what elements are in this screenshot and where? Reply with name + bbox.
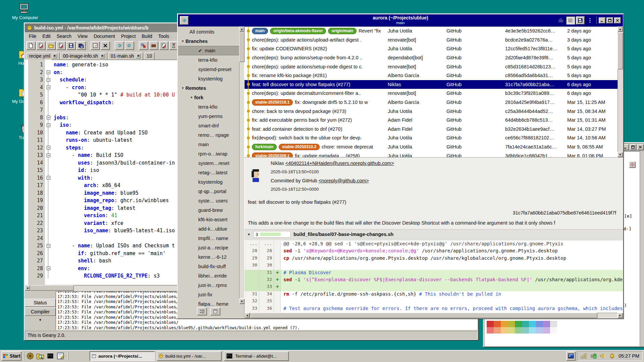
tab-close-icon[interactable]: ✕: [136, 54, 141, 58]
maximize-icon[interactable]: [606, 17, 613, 23]
sidebar-item-fork[interactable]: ▼fork: [178, 93, 239, 102]
tab-10[interactable]: 10: [144, 52, 155, 60]
expand-all-button[interactable]: [197, 307, 207, 315]
nav-back-button[interactable]: [115, 41, 124, 50]
tab-close-icon[interactable]: ✕: [100, 54, 105, 58]
sidebar-item-terra-kfio[interactable]: terra-kfio: [178, 55, 239, 65]
menu-file[interactable]: File: [26, 33, 39, 40]
scroll-left-icon[interactable]: ◄: [245, 313, 250, 318]
commit-row[interactable]: feat: tell discover to only show flatpak…: [245, 80, 618, 89]
commit-row[interactable]: stable-20250309.1fix: update metadata ..…: [245, 151, 618, 157]
close-doc-button[interactable]: [101, 41, 110, 50]
fold-collapse-icon[interactable]: [47, 78, 50, 82]
commit-row[interactable]: fix: add executable perms back for yum (…: [245, 116, 618, 125]
build-button[interactable]: [149, 41, 158, 50]
commit-row[interactable]: chore(deps): update actions/upload-artif…: [245, 36, 618, 45]
diff-file-header[interactable]: ▼ 3 build_files/base/07-base-image-chang…: [245, 229, 623, 239]
search-icon[interactable]: [556, 16, 565, 24]
layout-toggle-button[interactable]: [210, 307, 220, 315]
fold-collapse-icon[interactable]: [47, 123, 50, 127]
commit-row[interactable]: chore(deps): bump actions/setup-node fro…: [245, 53, 618, 62]
notifications-bell-icon[interactable]: [609, 353, 615, 359]
chevron-down-icon[interactable]: ▼: [181, 40, 185, 43]
fold-collapse-icon[interactable]: [47, 70, 50, 74]
edit-doc-button[interactable]: [36, 41, 46, 50]
commit-row[interactable]: fix: update CODEOWNERS (#282)Juha Uotila…: [245, 44, 618, 53]
commit-row[interactable]: chore: back to terra devpod package (#27…: [245, 107, 618, 116]
gitg-titlebar[interactable]: aurora (~/Projects/ublue) main: [178, 14, 623, 26]
sidebar-item-branches[interactable]: ▼Branches: [178, 37, 239, 46]
menu-document[interactable]: Document: [91, 33, 118, 40]
nav-forward-button[interactable]: [125, 41, 134, 50]
start-button[interactable]: Start: [1, 351, 21, 361]
scroll-right-icon[interactable]: ►: [618, 313, 623, 318]
minimize-icon[interactable]: [599, 17, 605, 23]
network-signal-icon[interactable]: [580, 353, 587, 359]
task-button[interactable]: C:\_Terminal - afidel@t...: [224, 351, 289, 361]
sidebar-item-tmpfil-name[interactable]: tmpfil… name: [178, 234, 239, 243]
edit-doc-button[interactable]: [56, 41, 66, 50]
revert-button[interactable]: [91, 41, 100, 50]
sidebar-scrollbar[interactable]: ▲ ▼: [239, 26, 245, 304]
save-button[interactable]: [66, 41, 76, 50]
sidebar-item-syste-users[interactable]: syste… users: [178, 196, 239, 205]
sidebar-item-ksystemlog[interactable]: ksystemlog: [178, 177, 239, 187]
fold-collapse-icon[interactable]: [47, 146, 50, 149]
sidebar-item-just-fix[interactable]: just-fix: [178, 290, 239, 299]
save-all-button[interactable]: [76, 41, 86, 50]
fold-collapse-icon[interactable]: [47, 85, 50, 89]
scroll-up-icon[interactable]: ▲: [239, 26, 245, 32]
sidebar-item-main[interactable]: main: [178, 140, 239, 149]
new-file-button[interactable]: [26, 41, 36, 50]
sidebar-item-terra-kfio[interactable]: terra-kfio: [178, 102, 239, 112]
menu-edit[interactable]: Edit: [40, 33, 53, 40]
sidebar-item-build-fix-stuff[interactable]: build-fix-stuff: [178, 262, 239, 271]
sidebar-item-rpm-o-iwrap[interactable]: rpm-o…iwrap: [178, 149, 239, 159]
sidebar-item-yum-perms[interactable]: yum-perms: [178, 112, 239, 121]
author-email[interactable]: <40402114+NiHaiden@users.noreply.github.…: [285, 161, 394, 166]
diff-view[interactable]: ......@@ -28,6 +28,9 @@ sed -i 's@Exec=p…: [245, 241, 623, 313]
sidebar-item-smart-dnf[interactable]: smart-dnf: [178, 121, 239, 130]
save-patch-icon[interactable]: [576, 16, 585, 24]
tab-00-image-info.sh[interactable]: 00-image-info.sh✕: [60, 52, 107, 60]
sidebar-item-retag-latest[interactable]: retag-…latest: [178, 168, 239, 177]
edit-doc-button[interactable]: [159, 41, 168, 50]
desktop-icon-computer[interactable]: My Computer: [12, 3, 36, 20]
commit-row[interactable]: fork/mainstable-20250310.2chore: remove …: [245, 142, 618, 152]
terminal-scrollbar[interactable]: [640, 151, 644, 346]
menu-build[interactable]: Build: [139, 33, 155, 40]
text-editor-launcher[interactable]: [56, 352, 65, 360]
fold-collapse-icon[interactable]: [47, 176, 50, 180]
fold-collapse-icon[interactable]: [47, 244, 50, 248]
chevron-down-icon[interactable]: ▼: [190, 96, 194, 99]
fold-collapse-icon[interactable]: [47, 116, 50, 119]
sidebar-item-systemd-preset[interactable]: systemd-preset: [178, 65, 239, 74]
sidebar-item-ksystemlog[interactable]: ksystemlog: [178, 74, 239, 83]
terminal-launcher[interactable]: C:\_: [46, 352, 55, 360]
message-tab-status[interactable]: Status: [25, 299, 56, 307]
close-icon[interactable]: [614, 17, 621, 23]
scroll-left-icon[interactable]: ◄: [25, 285, 30, 291]
sidebar-item-qt-qp-portal[interactable]: qt-qp…portal: [178, 187, 239, 196]
file-search-launcher[interactable]: [36, 352, 45, 360]
maximize-icon[interactable]: [630, 144, 636, 150]
chevron-down-icon[interactable]: ▼: [247, 233, 251, 236]
chevron-down-icon[interactable]: ▼: [181, 86, 185, 90]
task-button[interactable]: build-iso.yml - /var...: [157, 351, 222, 361]
sidebar-item-remotes[interactable]: ▼Remotes: [178, 83, 239, 93]
back-button[interactable]: [180, 16, 189, 25]
volume-icon[interactable]: [600, 353, 606, 359]
message-tab-compiler[interactable]: Compiler: [25, 308, 56, 316]
sidebar-item-main[interactable]: ✔main: [178, 46, 239, 55]
scroll-down-icon[interactable]: ▼: [618, 152, 623, 157]
app-menu-launcher[interactable]: [26, 352, 35, 360]
sidebar-item-just-a-recipe[interactable]: just-a…recipe: [178, 243, 239, 252]
diff-hscrollbar[interactable]: ◄ ►: [245, 313, 623, 318]
commit-row[interactable]: feat: add container detection to dnf (#2…: [245, 125, 618, 134]
commit-list-toggle-icon[interactable]: [566, 16, 575, 24]
scroll-up-icon[interactable]: ▲: [618, 26, 623, 32]
sidebar-item-kf6-kio-assert[interactable]: kf6-kio-assert: [178, 215, 239, 224]
committer-email[interactable]: <noreply@github.com>: [319, 178, 369, 183]
move-arrows-icon[interactable]: [629, 161, 636, 168]
scroll-down-icon[interactable]: ▼: [239, 299, 245, 304]
